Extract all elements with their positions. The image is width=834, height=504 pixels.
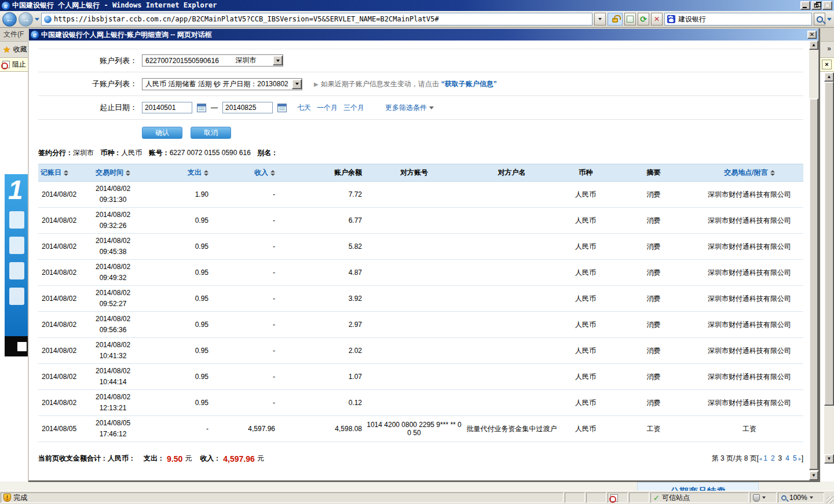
protected-mode-pane[interactable] — [750, 492, 777, 503]
refresh-button[interactable]: ⟳ — [638, 13, 649, 25]
forward-button[interactable]: → — [19, 12, 33, 27]
security-lock-button[interactable] — [608, 13, 623, 25]
resize-grip[interactable] — [825, 491, 834, 504]
cell-counter-account — [364, 364, 464, 390]
address-dropdown-button[interactable] — [594, 13, 606, 25]
dialog-scrollbar[interactable]: ▲ ▼ — [809, 41, 818, 480]
browser-window: e 中国建设银行 个人网上银行 - Windows Internet Explo… — [0, 0, 834, 504]
zone-text: 可信站点 — [662, 493, 690, 503]
cell-in: - — [211, 390, 277, 416]
favorites-star-icon[interactable]: ★ — [3, 45, 10, 54]
fetch-subaccount-link[interactable]: “获取子账户信息” — [441, 79, 497, 89]
compatibility-view-button[interactable] — [624, 13, 636, 25]
table-row: 2014/08/052014/08/0517:46:12-4,597.964,5… — [38, 416, 803, 442]
search-value[interactable]: 建设银行 — [678, 14, 706, 24]
promo-link[interactable]: 分期商品特卖 — [637, 482, 759, 491]
cell-trade-time: 2014/08/0517:46:12 — [93, 416, 162, 442]
dialog-body: ▲ ▼ 账户列表： 6227007201550590616 深圳市 — [29, 41, 818, 480]
subaccount-select[interactable]: 人民币 活期储蓄 活期 钞 开户日期：20130802 — [142, 78, 302, 90]
favorites-label[interactable]: 收藏 — [13, 45, 27, 54]
cell-balance: 4,598.08 — [277, 416, 364, 442]
cell-place: 深圳市财付通科技有限公司 — [696, 234, 803, 260]
table-row: 2014/08/022014/08/0209:49:320.95-4.87人民币… — [38, 260, 803, 286]
page-number-2[interactable]: 2 — [771, 454, 775, 462]
quick-range-link[interactable]: 一个月 — [317, 104, 338, 112]
search-options-arrow-icon[interactable] — [827, 18, 832, 21]
cell-out: 0.95 — [162, 338, 211, 364]
calendar-icon[interactable] — [197, 104, 206, 112]
scrollbar-thumb[interactable] — [824, 82, 834, 406]
cell-summary: 消费 — [612, 338, 696, 364]
dialog-scroll-up-icon[interactable]: ▲ — [809, 41, 818, 50]
recent-pages-arrow-icon[interactable] — [35, 18, 39, 21]
date-from-input[interactable] — [142, 102, 192, 113]
toolbar-overflow-chevron[interactable]: » — [827, 45, 831, 53]
column-header[interactable]: 收入 — [211, 164, 277, 182]
scroll-down-icon[interactable]: ▼ — [824, 454, 834, 463]
more-filters-label[interactable]: 更多筛选条件 — [385, 103, 427, 113]
page-number-4[interactable]: 4 — [785, 454, 789, 462]
status-pane-empty — [565, 492, 585, 503]
column-header[interactable]: 记账日 — [38, 164, 93, 182]
minimize-button[interactable] — [800, 1, 810, 10]
url-text[interactable]: https://ibsbjstar.ccb.com.cn/app/B2CMain… — [54, 15, 439, 23]
cell-post-date: 2014/08/02 — [38, 182, 93, 208]
hint-arrow-icon: ▶ — [314, 81, 319, 87]
cell-currency: 人民币 — [559, 182, 612, 208]
cell-trade-time: 2014/08/0210:44:14 — [93, 364, 162, 390]
column-header[interactable]: 交易时间 — [93, 164, 162, 182]
address-bar[interactable]: https://ibsbjstar.ccb.com.cn/app/B2CMain… — [41, 13, 592, 25]
page-number-1[interactable]: 1 — [763, 454, 767, 462]
back-button[interactable]: ← — [2, 12, 17, 27]
calendar-icon[interactable] — [277, 104, 287, 112]
infobar-label: 阻止 — [12, 60, 26, 69]
dialog-scroll-down-icon[interactable]: ▼ — [809, 471, 818, 480]
cell-balance: 6.77 — [277, 208, 364, 234]
cell-post-date: 2014/08/02 — [38, 286, 93, 312]
banner-art-fragment — [9, 211, 24, 229]
dropdown-arrow-icon[interactable] — [273, 56, 283, 65]
page-number-5[interactable]: 5 — [793, 454, 797, 462]
sort-arrows-icon — [770, 170, 775, 176]
scroll-up-icon[interactable]: ▲ — [824, 72, 834, 82]
dialog-ie-icon: e — [31, 31, 39, 39]
cancel-button[interactable]: 取消 — [191, 127, 231, 139]
window-scrollbar[interactable]: ▲ ▼ — [824, 72, 834, 463]
date-to-input[interactable] — [222, 102, 273, 113]
window-title: 中国建设银行 个人网上银行 - Windows Internet Explore… — [12, 1, 799, 10]
restore-button[interactable] — [811, 1, 821, 10]
cell-currency: 人民币 — [559, 364, 612, 390]
cell-place: 深圳市财付通科技有限公司 — [696, 182, 803, 208]
search-box[interactable]: 建设银行 — [664, 13, 812, 25]
ad-banner[interactable]: 1 — [5, 174, 28, 336]
dialog-scrollbar-thumb[interactable] — [809, 98, 818, 470]
cell-in: 4,597.96 — [211, 416, 277, 442]
window-titlebar: e 中国建设银行 个人网上银行 - Windows Internet Explo… — [0, 0, 834, 11]
browser-client-area: 文件(F ★ 收藏 » 阻止 × 1 分期商品特卖 ▲ — [0, 28, 834, 491]
account-list-select[interactable]: 6227007201550590616 深圳市 — [142, 54, 283, 67]
quick-range-link[interactable]: 七天 — [297, 104, 311, 112]
hint-text: 如果近期子账户信息发生变动，请点击 — [321, 79, 439, 89]
stop-button[interactable]: ✕ — [651, 13, 663, 25]
table-header-row: 记账日交易时间支出收入账户余额对方账号对方户名币种摘要交易地点/附言 — [38, 164, 803, 182]
column-header[interactable]: 支出 — [162, 164, 211, 182]
cell-counter-account — [364, 260, 464, 286]
dropdown-arrow-icon[interactable] — [292, 79, 302, 89]
banner-art-fragment — [9, 262, 24, 279]
table-footer: 当前页收支金额合计： 人民币： 支出： 9.50 元 收入： 4,597.96 … — [38, 454, 803, 463]
column-header[interactable]: 交易地点/附言 — [696, 164, 803, 182]
search-button[interactable] — [814, 13, 825, 25]
infobar-close-button[interactable]: × — [822, 60, 832, 69]
close-button[interactable]: × — [822, 1, 832, 10]
account-detail-dialog: e 中国建设银行个人网上银行-账户明细查询 -- 网页对话框 ✕ ▲ ▼ 账户列… — [28, 28, 820, 481]
menu-file[interactable]: 文件(F — [3, 30, 24, 39]
account-list-row: 账户列表： 6227007201550590616 深圳市 — [38, 49, 803, 72]
zoom-pane[interactable]: 100% — [778, 492, 824, 503]
dialog-close-button[interactable]: ✕ — [807, 31, 817, 39]
underlying-page-strip: 分期商品特卖 — [0, 481, 834, 491]
quick-range-link[interactable]: 三个月 — [343, 104, 364, 112]
more-filters-link[interactable]: 更多筛选条件 — [385, 103, 434, 113]
cell-place: 深圳市财付通科技有限公司 — [696, 390, 803, 416]
confirm-button[interactable]: 确认 — [142, 127, 182, 139]
status-shield-icon — [3, 494, 11, 502]
